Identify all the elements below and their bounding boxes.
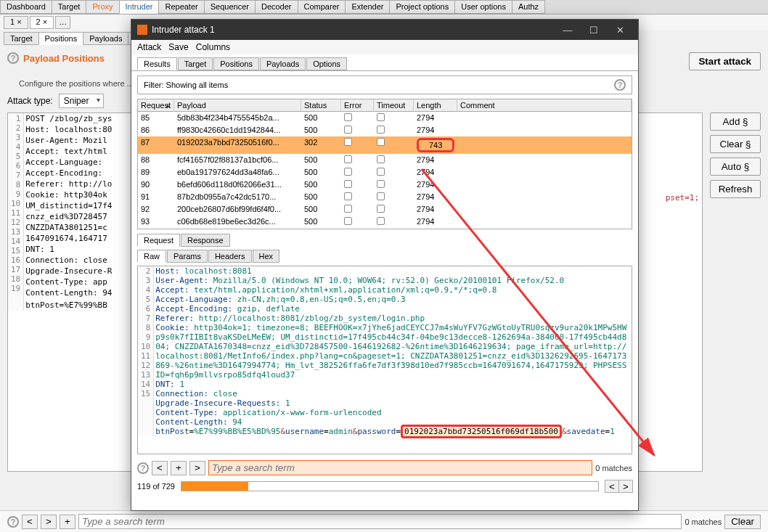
table-row[interactable]: 88fcf41657f02f88137a1bcf06...5002794 (138, 154, 632, 166)
tab-target[interactable]: Target (52, 0, 87, 14)
close-button[interactable]: ✕ (608, 22, 632, 37)
attack-tab-2[interactable]: 2 × (30, 16, 54, 29)
view-params-tab[interactable]: Params (167, 250, 208, 263)
start-attack-button[interactable]: Start attack (689, 52, 761, 70)
modal-tab-options[interactable]: Options (306, 57, 347, 70)
response-tab[interactable]: Response (181, 234, 230, 247)
col-payload[interactable]: Payload (174, 99, 301, 112)
match-count: 0 matches (595, 464, 632, 472)
search-next-button[interactable]: > (41, 515, 57, 529)
menu-columns[interactable]: Columns (196, 42, 230, 52)
help-icon[interactable]: ? (137, 462, 149, 474)
search-plus-button[interactable]: + (171, 461, 187, 475)
tab-decoder[interactable]: Decoder (255, 0, 298, 14)
table-row[interactable]: 855db83b4f234b4755545b2a...5002794 (138, 112, 632, 124)
search-input[interactable] (208, 460, 592, 475)
attack-tab-1[interactable]: 1 × (4, 16, 28, 29)
maximize-button[interactable]: ☐ (581, 22, 606, 37)
menu-bar: AttackSaveColumns (131, 40, 638, 54)
table-row[interactable]: 86ff9830c42660c1dd1942844...5002794 (138, 124, 632, 136)
table-row[interactable]: 90b6efd606d118d0f62066e31...5002794 (138, 179, 632, 191)
tab-extender[interactable]: Extender (345, 0, 390, 14)
raw-view-tabs: RawParamsHeadersHex (137, 250, 632, 263)
tab-user-options[interactable]: User options (454, 0, 512, 14)
main-search-bar: ? < > + 0 matches Clear (0, 510, 768, 532)
marker-buttons: Add §Clear §Auto §Refresh (710, 112, 761, 472)
clear-button[interactable]: Clear § (710, 135, 761, 153)
progress-next-button[interactable]: > (618, 480, 633, 493)
attack-type-combo[interactable]: Sniper (59, 94, 105, 108)
table-row[interactable]: 92200ceb26807d6bf99fd6f4f0...5002794 (138, 203, 632, 216)
subtab-target[interactable]: Target (4, 32, 39, 45)
refresh-button[interactable]: Refresh (710, 180, 761, 198)
menu-save[interactable]: Save (168, 42, 188, 52)
view-hex-tab[interactable]: Hex (253, 250, 280, 263)
tab-repeater[interactable]: Repeater (158, 0, 204, 14)
col-status[interactable]: Status (301, 99, 341, 112)
subtab-positions[interactable]: Positions (38, 32, 84, 45)
help-icon[interactable]: ? (7, 52, 19, 64)
results-tabs: ResultsTargetPositionsPayloadsOptions (131, 54, 638, 71)
col-request[interactable]: Request (138, 99, 174, 112)
minimize-button[interactable]: — (555, 22, 580, 37)
table-row[interactable]: 9187b2db0955a7c42dc5170...5002794 (138, 191, 632, 203)
search-prev-button[interactable]: < (152, 461, 168, 475)
window-title: Intruder attack 1 (152, 25, 215, 35)
modal-tab-target[interactable]: Target (178, 57, 213, 70)
results-table[interactable]: RequestPayloadStatusErrorTimeoutLengthCo… (137, 99, 632, 229)
tab-intruder[interactable]: Intruder (119, 0, 160, 14)
help-icon[interactable]: ? (7, 516, 19, 528)
attack-type-label: Attack type: (7, 96, 53, 106)
main-tab-strip: DashboardTargetProxyIntruderRepeaterSequ… (0, 0, 768, 15)
truncated-text: pset=1; (666, 193, 699, 202)
table-row[interactable]: 89eb0a191797624dd3a48fa6...5002794 (138, 166, 632, 179)
col-comment[interactable]: Comment (457, 99, 632, 112)
view-raw-tab[interactable]: Raw (137, 250, 166, 263)
add-button[interactable]: Add § (710, 112, 761, 131)
match-count: 0 matches (685, 517, 722, 526)
subtab-payloads[interactable]: Payloads (83, 32, 128, 45)
search-plus-button[interactable]: + (60, 515, 75, 529)
table-row[interactable]: 94ee11cbb19052e40b07aac...5002794 (138, 228, 632, 229)
col-error[interactable]: Error (341, 99, 374, 112)
tab-authz[interactable]: Authz (512, 0, 545, 14)
progress-prev-button[interactable]: < (605, 480, 619, 493)
filter-bar[interactable]: Filter: Showing all items ? (137, 75, 632, 94)
request-tab[interactable]: Request (137, 234, 180, 247)
clear-button[interactable]: Clear (724, 515, 761, 529)
tab-proxy[interactable]: Proxy (86, 0, 119, 14)
table-row[interactable]: 870192023a7bbd73250516f0...302743 (138, 136, 632, 154)
table-row[interactable]: 93c06db68e819be6ec3d26c...5002794 (138, 216, 632, 228)
progress-text: 119 of 729 (137, 482, 175, 491)
search-prev-button[interactable]: < (22, 515, 38, 529)
modal-tab-positions[interactable]: Positions (213, 57, 259, 70)
tab-project-options[interactable]: Project options (389, 0, 455, 14)
request-response-tabs: RequestResponse (137, 234, 632, 247)
menu-attack[interactable]: Attack (137, 42, 161, 52)
view-headers-tab[interactable]: Headers (208, 250, 252, 263)
payload-positions-title: Payload Positions (23, 53, 105, 64)
titlebar[interactable]: Intruder attack 1 — ☐ ✕ (131, 20, 638, 40)
progress-bar (181, 481, 599, 491)
tab-dashboard[interactable]: Dashboard (0, 0, 52, 14)
tab-comparer[interactable]: Comparer (298, 0, 346, 14)
auto-button[interactable]: Auto § (710, 157, 761, 176)
attack-tab-...[interactable]: … (55, 16, 70, 29)
app-icon (137, 25, 147, 35)
raw-viewer[interactable]: 23456789101112131415 Host: localhost:808… (137, 266, 632, 454)
help-icon[interactable]: ? (614, 79, 626, 91)
modal-tab-results[interactable]: Results (137, 57, 177, 70)
modal-tab-payloads[interactable]: Payloads (260, 57, 306, 70)
search-input[interactable] (78, 514, 682, 529)
col-timeout[interactable]: Timeout (374, 99, 414, 112)
search-next-button[interactable]: > (189, 461, 205, 475)
intruder-attack-window: Intruder attack 1 — ☐ ✕ AttackSaveColumn… (131, 19, 639, 511)
col-length[interactable]: Length (414, 99, 457, 112)
tab-sequencer[interactable]: Sequencer (204, 0, 256, 14)
